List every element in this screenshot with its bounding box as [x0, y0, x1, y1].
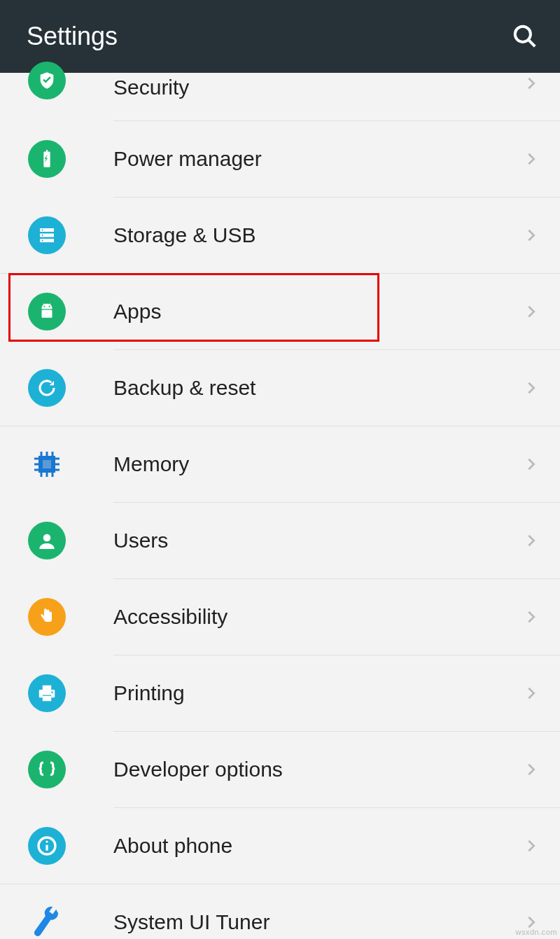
settings-item-backup-reset[interactable]: Backup & reset — [0, 350, 560, 426]
braces-icon — [28, 751, 66, 788]
item-label: Printing — [113, 681, 524, 705]
chevron-right-icon — [524, 838, 539, 854]
chevron-right-icon — [524, 609, 539, 625]
settings-item-users[interactable]: Users — [0, 503, 560, 578]
item-label: Power manager — [113, 147, 524, 171]
svg-point-5 — [42, 230, 43, 231]
item-label: Developer options — [113, 758, 524, 781]
svg-point-6 — [42, 235, 43, 236]
storage-icon — [28, 216, 66, 254]
settings-item-storage[interactable]: Storage & USB — [0, 197, 560, 273]
chevron-right-icon — [524, 457, 539, 472]
search-icon — [512, 23, 538, 50]
settings-item-accessibility[interactable]: Accessibility — [0, 579, 560, 655]
svg-rect-29 — [43, 696, 52, 702]
item-label: Memory — [113, 452, 524, 476]
settings-item-developer-options[interactable]: Developer options — [0, 732, 560, 807]
settings-item-security[interactable]: Security — [0, 73, 560, 120]
svg-point-27 — [43, 534, 51, 542]
svg-rect-10 — [42, 310, 52, 318]
svg-line-1 — [528, 40, 536, 47]
settings-list: Security Power manager Storage & USB App… — [0, 73, 560, 939]
svg-point-8 — [43, 305, 45, 307]
svg-point-33 — [46, 840, 48, 842]
svg-rect-28 — [43, 686, 52, 690]
shield-icon — [28, 62, 66, 99]
battery-icon — [28, 140, 66, 178]
app-header: Settings — [0, 0, 560, 73]
item-label: Apps — [113, 300, 524, 324]
item-label: Storage & USB — [113, 223, 524, 247]
item-label: Security — [113, 76, 524, 99]
memory-icon — [28, 445, 66, 483]
settings-item-power-manager[interactable]: Power manager — [0, 121, 560, 197]
item-label: Backup & reset — [113, 376, 524, 400]
settings-item-printing[interactable]: Printing — [0, 655, 560, 731]
chevron-right-icon — [524, 380, 539, 396]
svg-point-7 — [42, 240, 43, 242]
info-icon — [28, 827, 66, 865]
chevron-right-icon — [524, 762, 539, 777]
chevron-right-icon — [524, 228, 539, 243]
printer-icon — [28, 674, 66, 712]
chevron-right-icon — [524, 533, 539, 548]
svg-point-30 — [51, 692, 53, 694]
svg-rect-14 — [43, 460, 51, 468]
chevron-right-icon — [524, 304, 539, 319]
chevron-right-icon — [524, 151, 539, 167]
settings-item-apps[interactable]: Apps — [0, 274, 560, 349]
hand-icon — [28, 598, 66, 636]
item-label: System UI Tuner — [113, 910, 524, 934]
chevron-right-icon — [524, 76, 539, 91]
page-title: Settings — [27, 22, 118, 51]
user-icon — [28, 522, 66, 559]
settings-item-memory[interactable]: Memory — [0, 426, 560, 502]
search-button[interactable] — [510, 21, 540, 52]
settings-item-system-ui-tuner[interactable]: System UI Tuner — [0, 884, 560, 939]
item-label: Users — [113, 529, 524, 552]
apps-icon — [28, 293, 66, 331]
item-label: Accessibility — [113, 605, 524, 629]
item-label: About phone — [113, 834, 524, 858]
settings-item-about-phone[interactable]: About phone — [0, 808, 560, 884]
wrench-icon — [28, 903, 66, 939]
refresh-icon — [28, 369, 66, 407]
watermark: wsxdn.com — [515, 928, 557, 936]
chevron-right-icon — [524, 686, 539, 701]
svg-point-0 — [515, 27, 531, 42]
svg-point-9 — [49, 305, 50, 307]
